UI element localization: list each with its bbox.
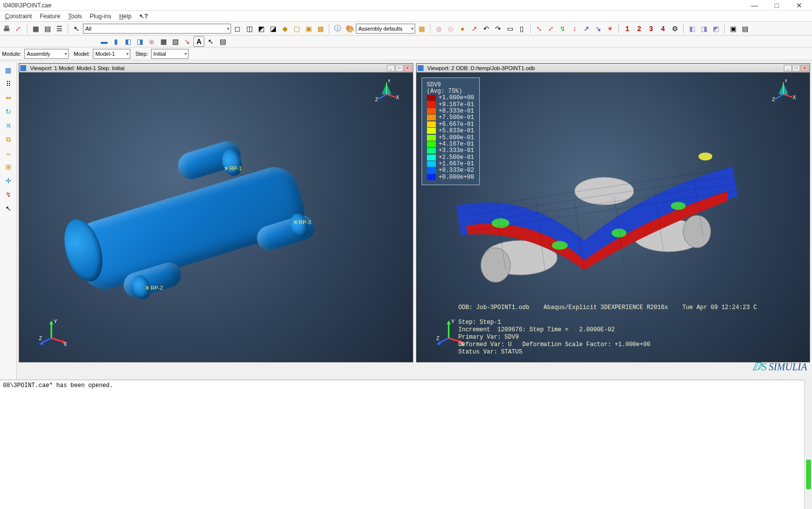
global-triad: Y X Z <box>39 318 69 348</box>
undo-icon[interactable]: ↶ <box>481 23 492 34</box>
tile2-icon[interactable]: ▮ <box>111 36 121 47</box>
window-close-button[interactable]: ✕ <box>788 0 810 11</box>
menu-whats-this[interactable]: ↖? <box>135 12 152 21</box>
expand-icon[interactable]: ⤢ <box>13 23 24 34</box>
tool-csys-icon[interactable]: ↯ <box>1 189 15 200</box>
message-area[interactable]: 08\3POINT.cae" has been opened. <box>0 380 804 509</box>
svg-text:Y: Y <box>784 79 788 83</box>
menu-constraint[interactable]: Constraint <box>1 12 36 21</box>
sel1-icon[interactable]: ◻ <box>232 23 243 34</box>
tool-partition-icon[interactable]: ⊞ <box>1 161 15 173</box>
box2-icon[interactable]: ▣ <box>303 23 314 34</box>
tool-linear-icon[interactable]: ⇔ <box>1 92 15 104</box>
annot-icon[interactable]: A <box>193 36 204 47</box>
viewport2-canvas[interactable]: SDV9 (Avg: 75%) +1.000e+00+9.167e-01+8.3… <box>417 73 810 362</box>
cursor2-icon[interactable]: ↖ <box>205 36 216 47</box>
arrow-icon[interactable]: ↗ <box>469 23 480 34</box>
tool-constraint-icon[interactable]: ⏛ <box>1 147 15 159</box>
tool-grid-icon[interactable]: ⠿ <box>1 78 15 90</box>
win2-icon[interactable]: ▯ <box>516 23 527 34</box>
menu-feature[interactable]: Feature <box>36 12 64 21</box>
sel3-icon[interactable]: ◩ <box>256 23 267 34</box>
list-icon[interactable]: ☰ <box>54 23 65 34</box>
vp1-max-button[interactable]: □ <box>395 65 403 72</box>
module-combo[interactable]: Assembly <box>24 49 69 59</box>
tile3-icon[interactable]: ◧ <box>122 36 133 47</box>
tool-merge-icon[interactable]: ⧉ <box>1 133 15 145</box>
model-combo[interactable]: Model-1 <box>93 49 130 59</box>
view3-button[interactable]: 3 <box>646 23 657 34</box>
link3-icon[interactable]: ▧ <box>170 36 181 47</box>
sel5-icon[interactable]: ◆ <box>279 23 290 34</box>
viewport1-canvas[interactable]: ✕RP-1 ✕RP-2 ✕RP-3 Y X Z Y X <box>19 73 413 362</box>
info-icon[interactable]: ⓘ <box>332 23 343 34</box>
cube2-icon[interactable]: ◨ <box>698 23 709 34</box>
svg-marker-38 <box>436 341 441 345</box>
vp2-close-button[interactable]: × <box>801 65 809 72</box>
csys4-icon[interactable]: ↕ <box>569 23 580 34</box>
sel2-icon[interactable]: ◫ <box>244 23 255 34</box>
redo-icon[interactable]: ↷ <box>493 23 503 34</box>
svg-text:Z: Z <box>772 97 775 102</box>
tile1-icon[interactable]: ▬ <box>99 36 110 47</box>
csys6-icon[interactable]: ↘ <box>593 23 604 34</box>
selection-filter-combo[interactable]: All <box>83 24 231 34</box>
svg-text:Y: Y <box>387 79 391 83</box>
tool-rotate-icon[interactable]: ↻ <box>1 106 15 117</box>
probe-icon[interactable]: ↘ <box>182 36 193 47</box>
gear-icon[interactable]: ⚙ <box>669 23 680 34</box>
viewport-2[interactable]: Viewport: 2 ODB: D:/temp/Job-3POINT1.odb… <box>416 63 811 362</box>
vp2-max-button[interactable]: □ <box>792 65 800 72</box>
csys3-icon[interactable]: ↯ <box>557 23 568 34</box>
link2-icon[interactable]: ▦ <box>158 36 169 47</box>
menu-tools[interactable]: Tools <box>64 12 86 21</box>
vp1-min-button[interactable]: _ <box>387 65 395 72</box>
extra1-icon[interactable]: ▣ <box>728 23 738 34</box>
view2-button[interactable]: 2 <box>634 23 645 34</box>
box1-icon[interactable]: ▢ <box>291 23 302 34</box>
tool-query-icon[interactable]: ↖ <box>1 202 15 214</box>
legend-color-swatch <box>427 121 436 127</box>
extra2-icon[interactable]: ▤ <box>739 23 750 34</box>
csys1-icon[interactable]: ⤡ <box>534 23 544 34</box>
legend-color-swatch <box>427 128 436 134</box>
cursor-icon[interactable]: ↖ <box>71 23 82 34</box>
menu-help[interactable]: Help <box>115 12 135 21</box>
opts-icon[interactable]: ▤ <box>217 36 228 47</box>
circ1-icon[interactable]: ◍ <box>433 23 444 34</box>
vp2-min-button[interactable]: _ <box>784 65 792 72</box>
csys2-icon[interactable]: ⤢ <box>545 23 556 34</box>
menu-plugins[interactable]: Plug-ins <box>86 12 115 21</box>
cube3-icon[interactable]: ◩ <box>710 23 721 34</box>
window-maximize-button[interactable]: □ <box>766 0 788 11</box>
viewport1-titlebar: Viewport: 1 Model: Model-1 Step: Initial… <box>19 64 413 73</box>
vp1-close-button[interactable]: × <box>404 65 412 72</box>
view1-button[interactable]: 1 <box>622 23 633 34</box>
svg-marker-12 <box>39 341 44 345</box>
svg-text:Z: Z <box>375 97 378 102</box>
grid2-icon[interactable]: ▤ <box>42 23 53 34</box>
viewport-1[interactable]: Viewport: 1 Model: Model-1 Step: Initial… <box>19 63 413 362</box>
view4-button[interactable]: 4 <box>657 23 668 34</box>
sel4-icon[interactable]: ◪ <box>268 23 278 34</box>
tool-translate-icon[interactable]: ⤭ <box>1 119 15 131</box>
circ2-icon[interactable]: ◎ <box>445 23 456 34</box>
render-style-combo[interactable]: Assembly defaults <box>356 24 415 34</box>
tool-instance-icon[interactable]: ▦ <box>1 64 15 76</box>
csys7-icon[interactable]: ✶ <box>605 23 616 34</box>
box4-icon[interactable]: ▦ <box>416 23 427 34</box>
palette-icon[interactable]: 🎨 <box>344 23 355 34</box>
csys5-icon[interactable]: ↗ <box>581 23 592 34</box>
print-icon[interactable]: 🖶 <box>1 23 12 34</box>
win1-icon[interactable]: ▭ <box>504 23 515 34</box>
tile4-icon[interactable]: ◨ <box>134 36 145 47</box>
grid-icon[interactable]: ▦ <box>30 23 41 34</box>
box3-icon[interactable]: ▩ <box>315 23 326 34</box>
message-scrollbar[interactable] <box>804 380 812 509</box>
window-minimize-button[interactable]: — <box>743 0 766 11</box>
link1-icon[interactable]: ◉ <box>146 36 157 47</box>
cube1-icon[interactable]: ◧ <box>687 23 697 34</box>
tool-datum-icon[interactable]: ✛ <box>1 175 15 187</box>
circ3-icon[interactable]: ● <box>457 23 468 34</box>
step-combo[interactable]: Initial <box>151 49 189 59</box>
